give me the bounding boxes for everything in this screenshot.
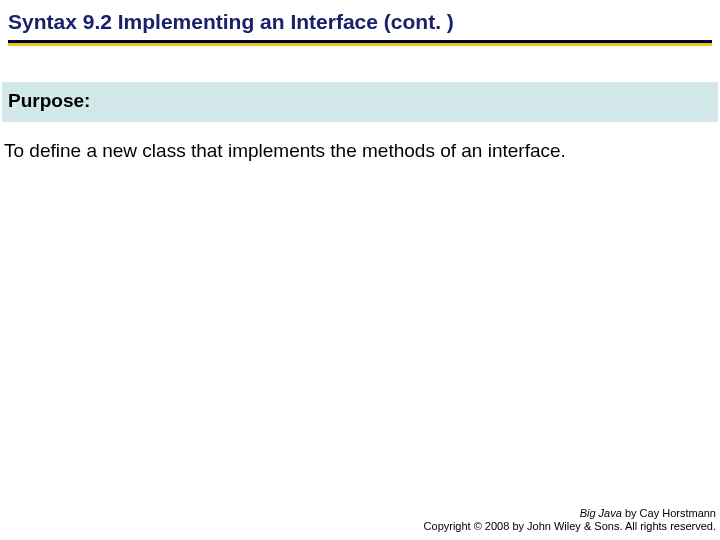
purpose-label-box: Purpose: <box>2 82 718 122</box>
title-continuation: (cont. ) <box>384 10 454 33</box>
footer-copyright: Copyright © 2008 by John Wiley & Sons. A… <box>424 520 716 534</box>
footer-byline: by Cay Horstmann <box>622 507 716 519</box>
title-main: Implementing an Interface <box>112 10 384 33</box>
footer-book-title: Big Java <box>580 507 622 519</box>
title-underline-yellow <box>8 43 712 46</box>
footer: Big Java by Cay Horstmann Copyright © 20… <box>424 507 716 535</box>
purpose-body-text: To define a new class that implements th… <box>4 138 716 164</box>
title-prefix: Syntax 9.2 <box>8 10 112 33</box>
slide: Syntax 9.2 Implementing an Interface (co… <box>0 0 720 540</box>
slide-title: Syntax 9.2 Implementing an Interface (co… <box>8 10 712 40</box>
title-area: Syntax 9.2 Implementing an Interface (co… <box>8 10 712 46</box>
footer-line-1: Big Java by Cay Horstmann <box>424 507 716 521</box>
purpose-label: Purpose: <box>8 90 712 112</box>
